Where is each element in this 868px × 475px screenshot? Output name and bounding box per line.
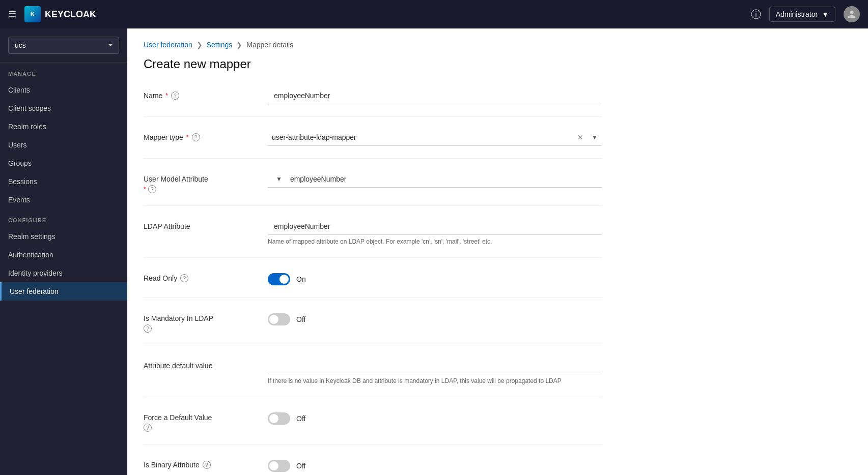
avatar[interactable] [844,6,860,22]
mapper-type-help-icon[interactable]: ? [192,133,200,141]
user-model-caret-icon: ▼ [276,175,282,183]
name-input[interactable] [268,87,602,104]
is-mandatory-help-icon[interactable]: ? [144,324,152,333]
divider-6 [144,345,602,345]
force-default-label-block: Force a Default Value ? [144,409,256,432]
read-only-on-label: On [296,275,306,283]
sidebar-item-realm-settings[interactable]: Realm settings [0,227,127,246]
force-default-control: Off [268,409,602,425]
breadcrumb-settings[interactable]: Settings [207,41,233,49]
logo: K KEYCLOAK [24,6,96,22]
sidebar-item-sessions[interactable]: Sessions [0,172,127,191]
divider-2 [144,158,602,159]
read-only-toggle-wrap: On [268,270,602,285]
main-content: User federation ❯ Settings ❯ Mapper deta… [127,28,868,475]
is-mandatory-label: Is Mandatory In LDAP [144,314,256,322]
attr-default-row: Attribute default value If there is no v… [144,358,602,384]
ldap-attr-hint: Name of mapped attribute on LDAP object.… [268,238,602,245]
is-mandatory-slider [268,313,290,325]
mapper-type-row: Mapper type * ? user-attribute-ldap-mapp… [144,129,602,146]
logo-icon: K [24,6,41,22]
force-default-slider [268,412,290,425]
admin-caret-icon: ▼ [822,10,829,18]
divider-1 [144,116,602,117]
mapper-type-clear-icon[interactable]: ✕ [573,133,587,141]
divider-3 [144,205,602,206]
is-binary-toggle-wrap: Off [268,457,602,472]
sidebar-item-groups[interactable]: Groups [0,154,127,172]
is-mandatory-toggle[interactable] [268,313,290,325]
sidebar-item-events[interactable]: Events [0,191,127,209]
read-only-control: On [268,270,602,285]
is-binary-row: Is Binary Attribute ? Off [144,457,602,472]
sidebar: ucs Manage Clients Client scopes Realm r… [0,28,127,475]
attr-default-label: Attribute default value [144,358,256,370]
is-mandatory-toggle-wrap: Off [268,310,602,325]
sidebar-item-authentication[interactable]: Authentication [0,246,127,264]
menu-icon[interactable]: ☰ [8,9,16,20]
mapper-type-caret-icon[interactable]: ▼ [587,134,602,141]
force-default-sub: ? [144,424,256,432]
realm-select[interactable]: ucs [8,37,119,54]
force-default-help-icon[interactable]: ? [144,424,152,432]
topnav: ☰ K KEYCLOAK ⓘ Administrator ▼ [0,0,868,28]
form-section: Name * ? Mapper type * ? user-at [144,87,602,475]
name-control [268,87,602,104]
mapper-type-value: user-attribute-ldap-mapper [268,131,573,143]
breadcrumb-user-federation[interactable]: User federation [144,41,192,49]
sidebar-item-client-scopes[interactable]: Client scopes [0,99,127,117]
read-only-slider [268,273,290,285]
force-default-toggle[interactable] [268,412,290,425]
force-default-row: Force a Default Value ? Off [144,409,602,432]
sidebar-item-users[interactable]: Users [0,136,127,154]
realm-selector[interactable]: ucs [0,28,127,63]
force-default-off-label: Off [296,414,305,423]
admin-dropdown[interactable]: Administrator ▼ [769,7,835,22]
sidebar-item-identity-providers[interactable]: Identity providers [0,264,127,282]
is-binary-toggle[interactable] [268,460,290,472]
is-mandatory-label-block: Is Mandatory In LDAP ? [144,310,256,333]
ldap-attr-label: LDAP Attribute [144,218,256,230]
attr-default-control: If there is no value in Keycloak DB and … [268,358,602,384]
name-row: Name * ? [144,87,602,104]
user-model-attr-label-block: User Model Attribute * ? [144,171,256,193]
page-title: Create new mapper [144,57,852,71]
divider-5 [144,298,602,298]
user-model-attr-sub: * ? [144,185,256,193]
breadcrumb-current: Mapper details [246,41,293,49]
breadcrumb: User federation ❯ Settings ❯ Mapper deta… [144,41,852,49]
user-model-attr-row: User Model Attribute * ? ▼ [144,171,602,193]
name-help-icon[interactable]: ? [171,92,179,100]
is-binary-off-label: Off [296,462,305,470]
read-only-label: Read Only ? [144,270,256,282]
logo-text: KEYCLOAK [45,9,96,20]
is-binary-label: Is Binary Attribute ? [144,457,256,469]
ldap-attr-input[interactable] [268,218,602,235]
mapper-type-required: * [186,134,189,141]
sidebar-item-user-federation[interactable]: User federation [0,282,127,301]
breadcrumb-sep-1: ❯ [197,41,203,49]
user-model-help-icon[interactable]: ? [148,185,156,193]
sidebar-item-clients[interactable]: Clients [0,81,127,99]
ldap-attr-control: Name of mapped attribute on LDAP object.… [268,218,602,245]
user-model-attr-control: ▼ [268,171,602,188]
read-only-row: Read Only ? On [144,270,602,285]
is-mandatory-sub: ? [144,324,256,333]
is-binary-help-icon[interactable]: ? [203,461,211,469]
user-model-dropdown[interactable]: ▼ [268,171,602,188]
user-model-attr-input[interactable] [286,173,602,185]
divider-8 [144,444,602,444]
attr-default-input[interactable] [268,358,602,374]
sidebar-item-realm-roles[interactable]: Realm roles [0,117,127,136]
mapper-type-label: Mapper type * ? [144,129,256,141]
mapper-type-dropdown[interactable]: user-attribute-ldap-mapper ✕ ▼ [268,129,602,146]
force-default-label: Force a Default Value [144,413,256,422]
user-model-required: * [144,186,146,193]
is-mandatory-off-label: Off [296,315,305,323]
help-icon[interactable]: ⓘ [751,8,761,21]
read-only-toggle[interactable] [268,273,290,285]
divider-4 [144,257,602,258]
read-only-help-icon[interactable]: ? [180,274,188,282]
ldap-attr-row: LDAP Attribute Name of mapped attribute … [144,218,602,245]
user-model-select[interactable] [268,173,276,185]
